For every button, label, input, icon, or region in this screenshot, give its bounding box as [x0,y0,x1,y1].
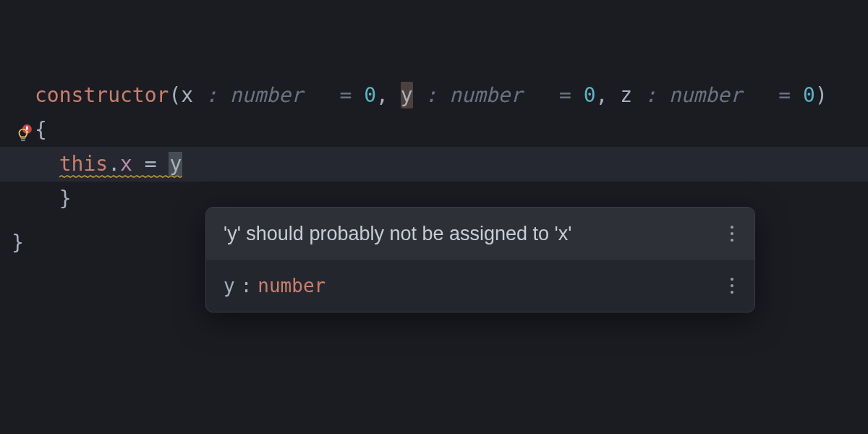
type-info: y: number [224,275,326,297]
warning-squiggle[interactable]: this.x = y [59,152,183,180]
comma-2: , [595,83,608,107]
type-hint-x: : number [205,83,328,107]
warning-message: 'y' should probably not be assigned to '… [224,223,571,245]
assign-op: = [132,152,169,176]
brace-open: { [35,118,47,142]
type-hint-y: : number [413,83,547,107]
cursor-position[interactable]: y [169,152,182,176]
brace-close-inner: } [59,187,72,210]
comma-1: , [376,83,388,107]
type-info-row[interactable]: y: number [206,260,754,312]
type-hint-z: : number [644,83,767,107]
more-actions-icon[interactable] [727,274,737,297]
eq-z: = [767,83,804,107]
keyword-constructor: constructor [35,83,169,107]
default-x: 0 [364,83,376,107]
code-line-brace-open[interactable]: { [0,113,868,148]
default-z: 0 [803,83,815,107]
code-line-assignment[interactable]: this.x = y [0,147,868,182]
default-y: 0 [584,83,596,107]
warning-row[interactable]: 'y' should probably not be assigned to '… [206,208,754,260]
param-z: z [620,83,644,107]
param-y-highlighted[interactable]: y [401,82,413,109]
rhs-y: y [169,152,182,176]
eq-y: = [547,83,584,107]
type-colon: : [241,275,252,297]
type-var: y [224,275,235,297]
type-name: number [258,275,326,297]
svg-rect-1 [26,126,28,129]
inspection-popup[interactable]: 'y' should probably not be assigned to '… [205,207,755,312]
dot: . [108,152,120,176]
code-line-constructor[interactable]: constructor(x : number = 0, y : number =… [0,78,868,113]
eq-x: = [328,83,365,107]
more-actions-icon[interactable] [727,222,737,245]
brace-close-outer: } [12,231,24,255]
keyword-this: this [59,152,108,176]
property-x: x [120,152,132,176]
paren-close: ) [815,83,827,107]
param-x: x [181,83,205,107]
lightbulb-error-icon[interactable] [14,124,33,143]
paren-open: ( [169,83,181,107]
